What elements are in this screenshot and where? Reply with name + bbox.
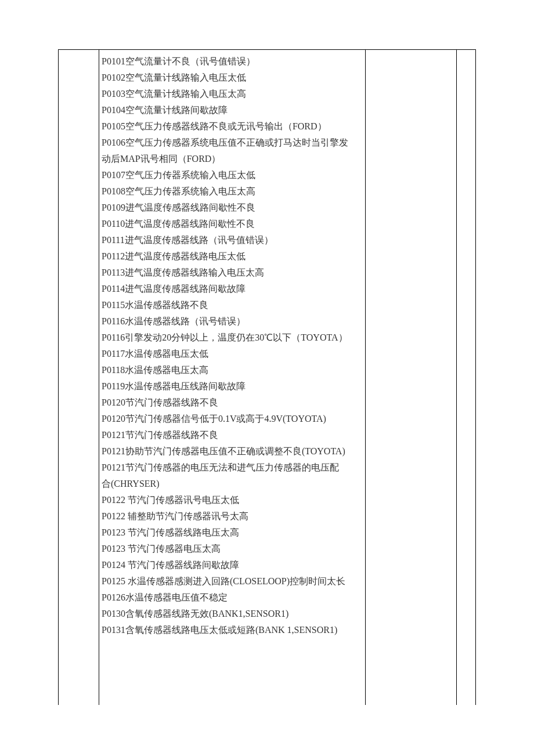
code-line: P0122 节汽门传感器讯号电压太低	[102, 492, 363, 508]
code-line: P0108空气压力传器系统输入电压太高	[102, 183, 363, 200]
code-line: P0116水温传感器线路（讯号错误）	[102, 313, 363, 330]
code-line: P0104空气流量计线路间歇故障	[102, 102, 363, 118]
code-line: P0117水温传感器电压太低	[102, 346, 363, 362]
code-line: 动后MAP讯号相同（FORD）	[102, 151, 363, 167]
code-line: P0120节汽门传感器线路不良	[102, 395, 363, 411]
code-line: P0123 节汽门传感器线路电压太高	[102, 525, 363, 541]
table-col-3	[365, 50, 456, 705]
code-line: P0116引擎发动20分钟以上，温度仍在30℃以下（TOYOTA）	[102, 330, 363, 346]
code-line: P0125 水温传感器感测进入回路(CLOSELOOP)控制时间太长	[102, 573, 363, 589]
code-line: P0131含氧传感器线路电压太低或短路(BANK 1,SENSOR1)	[102, 622, 363, 638]
code-line: P0118水温传感器电压太高	[102, 362, 363, 378]
code-line: P0124 节汽门传感器线路间歇故障	[102, 557, 363, 573]
code-line: P0103空气流量计线路输入电压太高	[102, 86, 363, 102]
code-line: P0114进气温度传感器线路间歇故障	[102, 281, 363, 297]
table-col-4	[456, 50, 475, 705]
code-line: P0115水温传感器线路不良	[102, 297, 363, 313]
table-col-1	[58, 50, 99, 705]
code-line: P0107空气压力传器系统输入电压太低	[102, 167, 363, 183]
code-line: P0101空气流量计不良（讯号值错误）	[102, 53, 363, 70]
code-line: P0110进气温度传感器线路间歇性不良	[102, 216, 363, 232]
code-line: P0112进气温度传感器线路电压太低	[102, 248, 363, 265]
code-line: P0123 节汽门传感器电压太高	[102, 541, 363, 557]
code-line: 合(CHRYSER)	[102, 476, 363, 492]
code-line: P0121节汽门传感器线路不良	[102, 427, 363, 443]
document-page: P0101空气流量计不良（讯号值错误）P0102空气流量计线路输入电压太低P01…	[0, 0, 534, 756]
code-line: P0122 辅整助节汽门传感器讯号太高	[102, 508, 363, 525]
code-line: P0121协助节汽门传感器电压值不正确或调整不良(TOYOTA)	[102, 443, 363, 460]
code-line: P0119水温传感器电压线路间歇故障	[102, 378, 363, 395]
code-line: P0120节汽门传感器信号低于0.1V或高于4.9V(TOYOTA)	[102, 411, 363, 427]
code-line: P0102空气流量计线路输入电压太低	[102, 70, 363, 86]
code-line: P0106空气压力传感器系统电压值不正确或打马达时当引擎发	[102, 135, 363, 151]
table-col-2: P0101空气流量计不良（讯号值错误）P0102空气流量计线路输入电压太低P01…	[99, 50, 365, 705]
code-line: P0105空气压力传感器线路不良或无讯号输出（FORD）	[102, 118, 363, 135]
code-line: P0126水温传感器电压值不稳定	[102, 589, 363, 606]
code-line: P0111进气温度传感器线路（讯号值错误）	[102, 232, 363, 248]
code-line: P0121节汽门传感器的电压无法和进气压力传感器的电压配	[102, 460, 363, 476]
code-table: P0101空气流量计不良（讯号值错误）P0102空气流量计线路输入电压太低P01…	[58, 49, 476, 705]
code-line: P0130含氧传感器线路无效(BANK1,SENSOR1)	[102, 606, 363, 622]
code-line: P0109进气温度传感器线路间歇性不良	[102, 200, 363, 216]
code-line: P0113进气温度传感器线路输入电压太高	[102, 265, 363, 281]
